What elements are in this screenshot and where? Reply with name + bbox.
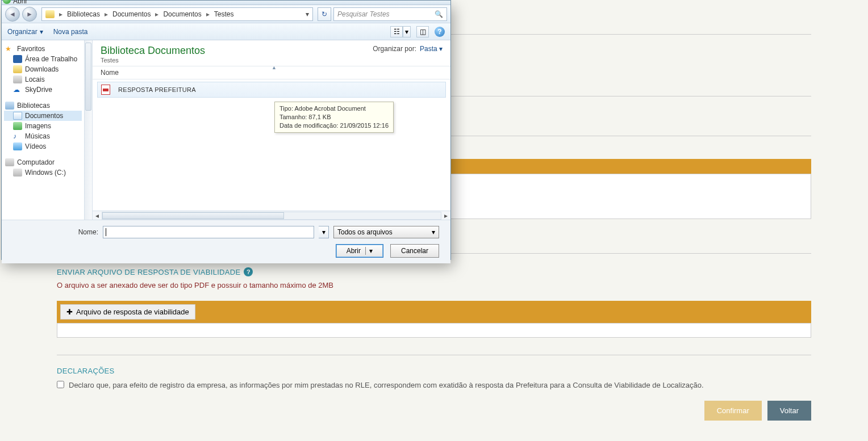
chevron-down-icon: ▾: [40, 28, 43, 36]
scroll-right-icon[interactable]: ▸: [441, 212, 450, 220]
tree-item-recent[interactable]: Locais: [4, 74, 82, 85]
crumb-documentos2[interactable]: Documentos: [160, 8, 205, 20]
tree-libraries-label: Bibliotecas: [17, 102, 50, 110]
chevron-down-icon: ▾: [432, 228, 435, 236]
breadcrumb-root-icon[interactable]: [42, 8, 58, 20]
tree-item-label: Imagens: [25, 122, 51, 130]
preview-pane-button[interactable]: ◫: [416, 26, 429, 37]
filename-dropdown[interactable]: ▾: [319, 226, 329, 238]
scroll-thumb[interactable]: [102, 212, 284, 219]
confirm-button[interactable]: Confirmar: [704, 401, 762, 421]
search-placeholder: Pesquisar Testes: [337, 10, 390, 18]
view-mode-dropdown[interactable]: ▾: [403, 26, 411, 37]
tree-item-label: Área de Trabalho: [25, 55, 77, 63]
help-button[interactable]: ?: [435, 27, 445, 37]
computer-icon: [5, 158, 14, 166]
desktop-icon: [13, 55, 22, 63]
open-button-dropdown[interactable]: ▾: [365, 247, 373, 255]
close-icon[interactable]: [427, 0, 450, 3]
search-icon[interactable]: 🔍: [435, 10, 443, 18]
tree-favorites-label: Favoritos: [17, 45, 45, 53]
arrange-label: Organizar por:: [373, 45, 416, 53]
declarations-title: DECLARAÇÕES: [57, 367, 811, 375]
arrange-by-dropdown[interactable]: Pasta ▾: [420, 45, 443, 53]
tree-item-label: Vídeos: [25, 142, 46, 150]
music-icon: ♪: [13, 132, 22, 140]
tree-item-music[interactable]: ♪Músicas: [4, 131, 82, 141]
file-type-filter-label: Todos os arquivos: [337, 228, 393, 236]
scroll-left-icon[interactable]: ◂: [93, 212, 102, 220]
crumb-testes[interactable]: Testes: [211, 8, 237, 20]
filename-input[interactable]: [103, 226, 314, 238]
star-icon: ★: [5, 45, 14, 53]
tree-scrollbar[interactable]: [84, 40, 92, 220]
nav-forward-button[interactable]: ►: [22, 7, 37, 22]
file-type-filter[interactable]: Todos os arquivos ▾: [333, 226, 439, 238]
tree-item-documents[interactable]: Documentos: [4, 111, 82, 121]
dialog-title: Abrir: [13, 0, 27, 5]
help-icon[interactable]: ?: [244, 267, 253, 276]
search-input[interactable]: Pesquisar Testes 🔍: [333, 7, 447, 21]
file-row[interactable]: RESPOSTA PREFEITURA: [97, 82, 446, 98]
library-subtitle: Testes: [101, 57, 205, 64]
tree-computer-label: Computador: [17, 158, 55, 166]
navigation-tree: ★Favoritos Área de Trabalho Downloads Lo…: [2, 40, 93, 220]
view-mode-button[interactable]: ☷: [390, 26, 403, 37]
tree-item-images[interactable]: Imagens: [4, 121, 82, 131]
pdf-icon: [101, 85, 110, 95]
crumb-bibliotecas[interactable]: Bibliotecas: [64, 8, 103, 20]
refresh-icon[interactable]: ↻: [318, 7, 331, 21]
scroll-track[interactable]: [102, 212, 441, 220]
tree-item-label: Músicas: [25, 132, 50, 140]
cloud-icon: ☁: [13, 86, 22, 94]
back-button[interactable]: Voltar: [767, 401, 811, 421]
chevron-right-icon: ▸: [154, 10, 160, 18]
cancel-button[interactable]: Cancelar: [390, 244, 439, 258]
tree-libraries[interactable]: Bibliotecas: [4, 100, 82, 111]
organize-menu[interactable]: Organizar ▾: [7, 28, 43, 36]
column-header-name[interactable]: Nome ▲: [93, 66, 450, 79]
upload-warning: O arquivo a ser anexado deve ser do tipo…: [57, 281, 811, 289]
chevron-right-icon: ▸: [205, 10, 211, 18]
sort-indicator-icon: ▲: [272, 65, 277, 70]
filename-label: Nome:: [13, 228, 98, 236]
breadcrumb-dropdown[interactable]: ▾: [302, 10, 312, 18]
tooltip-type: Tipo: Adobe Acrobat Document: [279, 104, 389, 113]
tooltip-size: Tamanho: 87,1 KB: [279, 113, 389, 121]
declaration-text: Declaro que, para efeito de registro da …: [69, 381, 704, 389]
tree-favorites[interactable]: ★Favoritos: [4, 44, 82, 54]
upload-file-list: [57, 323, 811, 338]
tree-item-label: SkyDrive: [25, 86, 52, 94]
app-icon: [3, 0, 11, 4]
tree-item-videos[interactable]: Vídeos: [4, 141, 82, 152]
tree-item-downloads[interactable]: Downloads: [4, 64, 82, 74]
file-open-dialog: Abrir ◄ ► ▸ Bibliotecas ▸ Documentos ▸ D…: [1, 0, 451, 260]
crumb-documentos1[interactable]: Documentos: [109, 8, 154, 20]
horizontal-scrollbar[interactable]: ◂ ▸: [93, 211, 450, 220]
chevron-right-icon: ▸: [58, 10, 64, 18]
video-icon: [13, 142, 22, 150]
organize-label: Organizar: [7, 28, 37, 36]
dialog-titlebar[interactable]: Abrir: [2, 1, 450, 5]
tree-item-windows-c[interactable]: Windows (C:): [4, 167, 82, 178]
tree-item-skydrive[interactable]: ☁SkyDrive: [4, 85, 82, 95]
scrollbar-thumb[interactable]: [85, 43, 91, 111]
tree-item-desktop[interactable]: Área de Trabalho: [4, 54, 82, 64]
column-header-label: Nome: [101, 69, 119, 77]
nav-back-button[interactable]: ◄: [5, 7, 20, 22]
downloads-icon: [13, 65, 22, 73]
declaration-checkbox[interactable]: [57, 381, 64, 388]
tree-item-label: Downloads: [25, 65, 59, 73]
new-folder-button[interactable]: Nova pasta: [53, 28, 88, 36]
upload-bar: ✚ Arquivo de resposta de viabilidade: [57, 301, 811, 323]
upload-file-button-label: Arquivo de resposta de viabilidade: [76, 308, 189, 316]
upload-file-button[interactable]: ✚ Arquivo de resposta de viabilidade: [60, 304, 195, 320]
document-icon: [13, 112, 22, 120]
breadcrumb[interactable]: ▸ Bibliotecas ▸ Documentos ▸ Documentos …: [41, 7, 313, 21]
tree-item-label: Documentos: [25, 112, 63, 120]
file-tooltip: Tipo: Adobe Acrobat Document Tamanho: 87…: [274, 102, 394, 133]
tree-computer[interactable]: Computador: [4, 157, 82, 167]
file-name: RESPOSTA PREFEITURA: [118, 86, 196, 93]
open-button[interactable]: Abrir ▾: [336, 244, 383, 258]
tree-item-label: Windows (C:): [25, 169, 66, 177]
